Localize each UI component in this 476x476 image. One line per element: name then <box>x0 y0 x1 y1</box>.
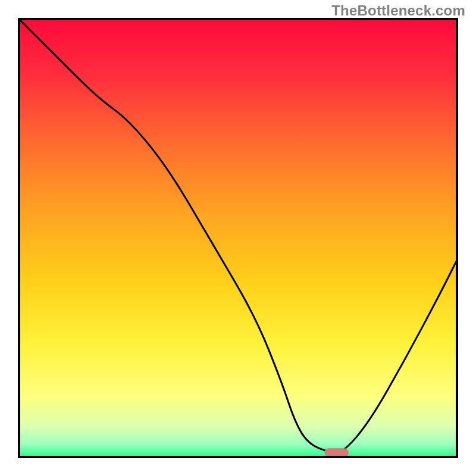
watermark-label: TheBottleneck.com <box>331 2 465 19</box>
optimal-pill-marker <box>324 448 348 457</box>
chart-container: TheBottleneck.com <box>0 0 476 476</box>
bottleneck-chart <box>0 0 476 476</box>
